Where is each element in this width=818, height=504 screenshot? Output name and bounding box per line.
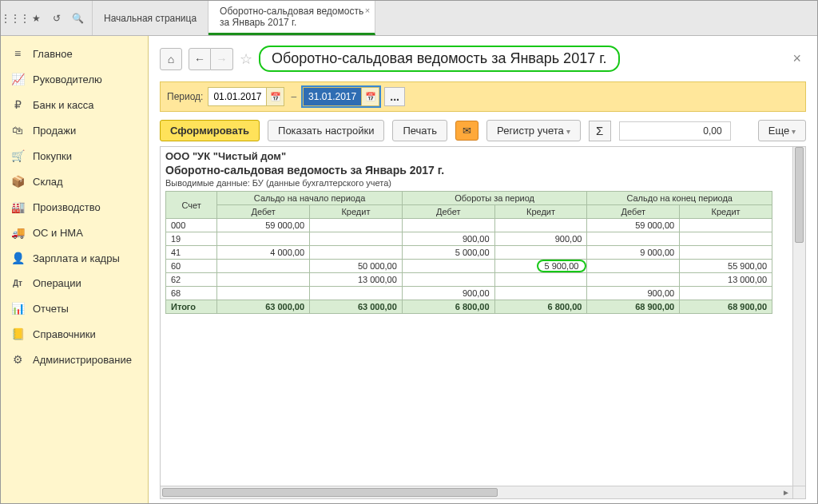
report-table: Счет Сальдо на начало периода Обороты за… — [165, 191, 772, 314]
sidebar-label: Отчеты — [33, 303, 69, 315]
cell: 50 000,00 — [310, 260, 403, 273]
period-more-button[interactable]: ... — [384, 87, 405, 106]
table-row[interactable]: 68900,00900,00 — [166, 287, 772, 300]
th-open: Сальдо на начало периода — [217, 192, 403, 205]
scroll-thumb[interactable] — [795, 147, 804, 243]
history-icon[interactable]: ↺ — [47, 9, 66, 28]
table-total-row: Итого63 000,0063 000,006 800,006 800,006… — [166, 300, 772, 314]
print-button[interactable]: Печать — [392, 120, 447, 141]
tab-close-icon[interactable]: × — [365, 6, 370, 15]
cell: 900,00 — [402, 232, 494, 246]
th-credit: Кредит — [310, 205, 403, 219]
sidebar-item-purchases[interactable]: 🛒Покупки — [1, 143, 148, 169]
home-button[interactable]: ⌂ — [160, 48, 182, 70]
factory-icon: 🏭 — [10, 200, 25, 213]
cell — [587, 232, 680, 246]
close-button[interactable]: × — [788, 50, 806, 67]
register-button[interactable]: Регистр учета — [486, 120, 581, 141]
cell: 13 000,00 — [310, 273, 403, 287]
form-button[interactable]: Сформировать — [160, 120, 260, 141]
cell — [494, 219, 587, 232]
cell: Итого — [166, 300, 217, 314]
sidebar-label: Банк и касса — [33, 99, 94, 111]
table-row[interactable]: 19900,00900,00 — [166, 232, 772, 246]
tab-bar: Начальная страница Оборотно-сальдовая ве… — [93, 1, 375, 35]
cell: 62 — [166, 273, 217, 287]
cell: 41 — [166, 246, 217, 260]
tab-home[interactable]: Начальная страница — [93, 1, 208, 35]
book-icon: 📒 — [10, 327, 25, 340]
sidebar-item-catalogs[interactable]: 📒Справочники — [1, 321, 148, 347]
org-name: ООО "УК "Чистый дом" — [165, 150, 800, 162]
table-row[interactable]: 414 000,005 000,009 000,00 — [166, 246, 772, 260]
cell — [310, 219, 403, 232]
dash: – — [289, 91, 298, 102]
ruble-icon: ₽ — [10, 98, 25, 111]
cell: 13 000,00 — [680, 273, 772, 287]
box-icon: 📦 — [10, 175, 25, 188]
sidebar-item-sales[interactable]: 🛍Продажи — [1, 117, 148, 143]
tab-label-1: Оборотно-сальдовая ведомость — [220, 6, 363, 17]
person-icon: 👤 — [10, 252, 25, 264]
bag-icon: 🛍 — [10, 124, 25, 137]
cell: 68 — [166, 287, 217, 300]
bars-icon: 📊 — [10, 302, 25, 315]
vertical-scrollbar[interactable] — [792, 147, 805, 486]
sidebar-label: Справочники — [33, 328, 96, 340]
menu-icon: ≡ — [10, 47, 25, 60]
show-settings-button[interactable]: Показать настройки — [268, 120, 384, 141]
calendar-icon[interactable]: 📅 — [266, 88, 284, 105]
sidebar-label: Зарплата и кадры — [33, 252, 120, 264]
sidebar-label: Операции — [33, 277, 81, 289]
scroll-right-icon[interactable]: ► — [780, 486, 792, 498]
sidebar-item-warehouse[interactable]: 📦Склад — [1, 169, 148, 194]
sum-button[interactable]: Σ — [589, 121, 611, 141]
cell: 68 900,00 — [680, 300, 772, 314]
sidebar-item-operations[interactable]: ДтОперации — [1, 271, 148, 296]
topbar-icon-group: ⋮⋮⋮ ★ ↺ 🔍 — [1, 1, 93, 35]
report-area: ООО "УК "Чистый дом" Оборотно-сальдовая … — [160, 146, 806, 499]
sidebar-label: Склад — [33, 176, 63, 188]
report-subtitle: Выводимые данные: БУ (данные бухгалтерск… — [165, 178, 800, 188]
cart-icon: 🛒 — [10, 149, 25, 162]
tab-report[interactable]: Оборотно-сальдовая ведомость за Январь 2… — [208, 1, 375, 35]
cell: 59 000,00 — [587, 219, 680, 232]
sidebar-item-admin[interactable]: ⚙Администрирование — [1, 347, 148, 372]
cell: 68 900,00 — [587, 300, 680, 314]
search-icon[interactable]: 🔍 — [68, 9, 87, 28]
sidebar-item-main[interactable]: ≡Главное — [1, 41, 148, 66]
sidebar-item-reports[interactable]: 📊Отчеты — [1, 296, 148, 321]
cell — [310, 246, 403, 260]
more-button[interactable]: Еще — [758, 120, 806, 141]
th-credit: Кредит — [494, 205, 587, 219]
back-button[interactable]: ← — [189, 48, 211, 70]
sidebar: ≡Главное 📈Руководителю ₽Банк и касса 🛍Пр… — [1, 36, 149, 504]
apps-icon[interactable]: ⋮⋮⋮ — [6, 9, 25, 28]
sidebar-item-assets[interactable]: 🚚ОС и НМА — [1, 220, 148, 245]
sum-value: 0,00 — [619, 121, 731, 141]
sidebar-item-payroll[interactable]: 👤Зарплата и кадры — [1, 245, 148, 271]
date-from-input[interactable] — [208, 88, 266, 105]
sidebar-item-bank[interactable]: ₽Банк и касса — [1, 92, 148, 117]
table-row[interactable]: 6050 000,005 900,0055 900,00 — [166, 260, 772, 273]
email-button[interactable]: ✉ — [455, 121, 478, 141]
scroll-thumb[interactable] — [162, 488, 498, 497]
star-icon[interactable]: ★ — [26, 9, 46, 28]
cell — [494, 287, 587, 300]
cell: 60 — [166, 260, 217, 273]
period-label: Период: — [167, 91, 203, 102]
cell: 9 000,00 — [587, 246, 680, 260]
horizontal-scrollbar[interactable]: ◄ ► — [161, 486, 792, 498]
date-to-input[interactable]: 31.01.2017 — [304, 88, 361, 105]
cell — [402, 260, 494, 273]
sidebar-item-production[interactable]: 🏭Производство — [1, 194, 148, 220]
cell: 000 — [166, 219, 217, 232]
table-row[interactable]: 6213 000,0013 000,00 — [166, 273, 772, 287]
highlighted-cell: 5 900,00 — [537, 260, 587, 272]
cell — [680, 246, 772, 260]
forward-button[interactable]: → — [211, 48, 233, 70]
sidebar-item-manager[interactable]: 📈Руководителю — [1, 66, 148, 92]
table-row[interactable]: 00059 000,0059 000,00 — [166, 219, 772, 232]
favorite-icon[interactable]: ☆ — [240, 50, 252, 68]
calendar-icon[interactable]: 📅 — [361, 88, 379, 105]
